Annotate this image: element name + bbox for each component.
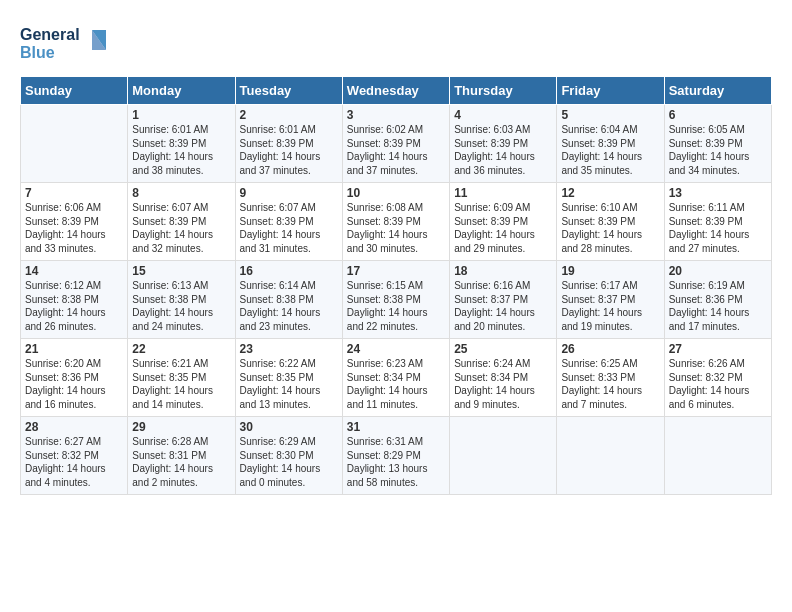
day-number: 23 (240, 342, 338, 356)
day-info: Sunrise: 6:07 AM Sunset: 8:39 PM Dayligh… (132, 201, 230, 255)
calendar-cell: 21Sunrise: 6:20 AM Sunset: 8:36 PM Dayli… (21, 339, 128, 417)
day-info: Sunrise: 6:22 AM Sunset: 8:35 PM Dayligh… (240, 357, 338, 411)
day-number: 7 (25, 186, 123, 200)
day-number: 12 (561, 186, 659, 200)
week-row-3: 14Sunrise: 6:12 AM Sunset: 8:38 PM Dayli… (21, 261, 772, 339)
calendar-cell: 9Sunrise: 6:07 AM Sunset: 8:39 PM Daylig… (235, 183, 342, 261)
day-info: Sunrise: 6:12 AM Sunset: 8:38 PM Dayligh… (25, 279, 123, 333)
day-info: Sunrise: 6:17 AM Sunset: 8:37 PM Dayligh… (561, 279, 659, 333)
day-number: 20 (669, 264, 767, 278)
calendar-cell: 19Sunrise: 6:17 AM Sunset: 8:37 PM Dayli… (557, 261, 664, 339)
day-number: 3 (347, 108, 445, 122)
day-number: 17 (347, 264, 445, 278)
calendar-cell: 26Sunrise: 6:25 AM Sunset: 8:33 PM Dayli… (557, 339, 664, 417)
day-number: 31 (347, 420, 445, 434)
calendar-cell: 8Sunrise: 6:07 AM Sunset: 8:39 PM Daylig… (128, 183, 235, 261)
day-number: 10 (347, 186, 445, 200)
svg-text:Blue: Blue (20, 44, 55, 61)
calendar-cell: 22Sunrise: 6:21 AM Sunset: 8:35 PM Dayli… (128, 339, 235, 417)
weekday-header-saturday: Saturday (664, 77, 771, 105)
calendar-cell: 7Sunrise: 6:06 AM Sunset: 8:39 PM Daylig… (21, 183, 128, 261)
calendar-cell: 23Sunrise: 6:22 AM Sunset: 8:35 PM Dayli… (235, 339, 342, 417)
calendar-cell: 3Sunrise: 6:02 AM Sunset: 8:39 PM Daylig… (342, 105, 449, 183)
calendar-cell (21, 105, 128, 183)
day-number: 21 (25, 342, 123, 356)
day-number: 6 (669, 108, 767, 122)
day-info: Sunrise: 6:23 AM Sunset: 8:34 PM Dayligh… (347, 357, 445, 411)
day-info: Sunrise: 6:31 AM Sunset: 8:29 PM Dayligh… (347, 435, 445, 489)
weekday-header-row: SundayMondayTuesdayWednesdayThursdayFrid… (21, 77, 772, 105)
calendar-cell: 11Sunrise: 6:09 AM Sunset: 8:39 PM Dayli… (450, 183, 557, 261)
day-info: Sunrise: 6:28 AM Sunset: 8:31 PM Dayligh… (132, 435, 230, 489)
weekday-header-friday: Friday (557, 77, 664, 105)
week-row-1: 1Sunrise: 6:01 AM Sunset: 8:39 PM Daylig… (21, 105, 772, 183)
calendar-cell (557, 417, 664, 495)
day-number: 16 (240, 264, 338, 278)
calendar-cell: 27Sunrise: 6:26 AM Sunset: 8:32 PM Dayli… (664, 339, 771, 417)
day-number: 14 (25, 264, 123, 278)
day-number: 27 (669, 342, 767, 356)
day-number: 18 (454, 264, 552, 278)
day-number: 11 (454, 186, 552, 200)
day-number: 29 (132, 420, 230, 434)
day-info: Sunrise: 6:01 AM Sunset: 8:39 PM Dayligh… (132, 123, 230, 177)
weekday-header-wednesday: Wednesday (342, 77, 449, 105)
calendar-cell: 1Sunrise: 6:01 AM Sunset: 8:39 PM Daylig… (128, 105, 235, 183)
day-info: Sunrise: 6:08 AM Sunset: 8:39 PM Dayligh… (347, 201, 445, 255)
svg-text:General: General (20, 26, 80, 43)
day-number: 8 (132, 186, 230, 200)
calendar-cell (450, 417, 557, 495)
day-number: 24 (347, 342, 445, 356)
page: General Blue SundayMondayTuesdayWednesda… (0, 0, 792, 505)
day-number: 22 (132, 342, 230, 356)
calendar-cell: 24Sunrise: 6:23 AM Sunset: 8:34 PM Dayli… (342, 339, 449, 417)
day-info: Sunrise: 6:04 AM Sunset: 8:39 PM Dayligh… (561, 123, 659, 177)
calendar-cell: 12Sunrise: 6:10 AM Sunset: 8:39 PM Dayli… (557, 183, 664, 261)
calendar-cell: 6Sunrise: 6:05 AM Sunset: 8:39 PM Daylig… (664, 105, 771, 183)
calendar-cell: 15Sunrise: 6:13 AM Sunset: 8:38 PM Dayli… (128, 261, 235, 339)
day-number: 5 (561, 108, 659, 122)
day-info: Sunrise: 6:20 AM Sunset: 8:36 PM Dayligh… (25, 357, 123, 411)
day-info: Sunrise: 6:29 AM Sunset: 8:30 PM Dayligh… (240, 435, 338, 489)
day-info: Sunrise: 6:07 AM Sunset: 8:39 PM Dayligh… (240, 201, 338, 255)
calendar-cell: 16Sunrise: 6:14 AM Sunset: 8:38 PM Dayli… (235, 261, 342, 339)
day-number: 2 (240, 108, 338, 122)
day-number: 28 (25, 420, 123, 434)
calendar-cell (664, 417, 771, 495)
week-row-5: 28Sunrise: 6:27 AM Sunset: 8:32 PM Dayli… (21, 417, 772, 495)
calendar-cell: 29Sunrise: 6:28 AM Sunset: 8:31 PM Dayli… (128, 417, 235, 495)
day-info: Sunrise: 6:03 AM Sunset: 8:39 PM Dayligh… (454, 123, 552, 177)
calendar-cell: 28Sunrise: 6:27 AM Sunset: 8:32 PM Dayli… (21, 417, 128, 495)
week-row-4: 21Sunrise: 6:20 AM Sunset: 8:36 PM Dayli… (21, 339, 772, 417)
calendar-cell: 20Sunrise: 6:19 AM Sunset: 8:36 PM Dayli… (664, 261, 771, 339)
calendar-cell: 14Sunrise: 6:12 AM Sunset: 8:38 PM Dayli… (21, 261, 128, 339)
day-info: Sunrise: 6:11 AM Sunset: 8:39 PM Dayligh… (669, 201, 767, 255)
day-info: Sunrise: 6:15 AM Sunset: 8:38 PM Dayligh… (347, 279, 445, 333)
calendar-cell: 18Sunrise: 6:16 AM Sunset: 8:37 PM Dayli… (450, 261, 557, 339)
calendar-cell: 5Sunrise: 6:04 AM Sunset: 8:39 PM Daylig… (557, 105, 664, 183)
day-number: 25 (454, 342, 552, 356)
calendar-cell: 25Sunrise: 6:24 AM Sunset: 8:34 PM Dayli… (450, 339, 557, 417)
day-info: Sunrise: 6:21 AM Sunset: 8:35 PM Dayligh… (132, 357, 230, 411)
weekday-header-thursday: Thursday (450, 77, 557, 105)
day-info: Sunrise: 6:24 AM Sunset: 8:34 PM Dayligh… (454, 357, 552, 411)
day-number: 15 (132, 264, 230, 278)
calendar-cell: 17Sunrise: 6:15 AM Sunset: 8:38 PM Dayli… (342, 261, 449, 339)
day-info: Sunrise: 6:10 AM Sunset: 8:39 PM Dayligh… (561, 201, 659, 255)
calendar-cell: 2Sunrise: 6:01 AM Sunset: 8:39 PM Daylig… (235, 105, 342, 183)
day-info: Sunrise: 6:01 AM Sunset: 8:39 PM Dayligh… (240, 123, 338, 177)
day-info: Sunrise: 6:25 AM Sunset: 8:33 PM Dayligh… (561, 357, 659, 411)
week-row-2: 7Sunrise: 6:06 AM Sunset: 8:39 PM Daylig… (21, 183, 772, 261)
day-info: Sunrise: 6:13 AM Sunset: 8:38 PM Dayligh… (132, 279, 230, 333)
day-number: 19 (561, 264, 659, 278)
day-number: 4 (454, 108, 552, 122)
calendar-table: SundayMondayTuesdayWednesdayThursdayFrid… (20, 76, 772, 495)
day-number: 13 (669, 186, 767, 200)
day-info: Sunrise: 6:14 AM Sunset: 8:38 PM Dayligh… (240, 279, 338, 333)
day-info: Sunrise: 6:19 AM Sunset: 8:36 PM Dayligh… (669, 279, 767, 333)
weekday-header-monday: Monday (128, 77, 235, 105)
header: General Blue (20, 16, 772, 68)
day-info: Sunrise: 6:16 AM Sunset: 8:37 PM Dayligh… (454, 279, 552, 333)
weekday-header-tuesday: Tuesday (235, 77, 342, 105)
calendar-cell: 10Sunrise: 6:08 AM Sunset: 8:39 PM Dayli… (342, 183, 449, 261)
